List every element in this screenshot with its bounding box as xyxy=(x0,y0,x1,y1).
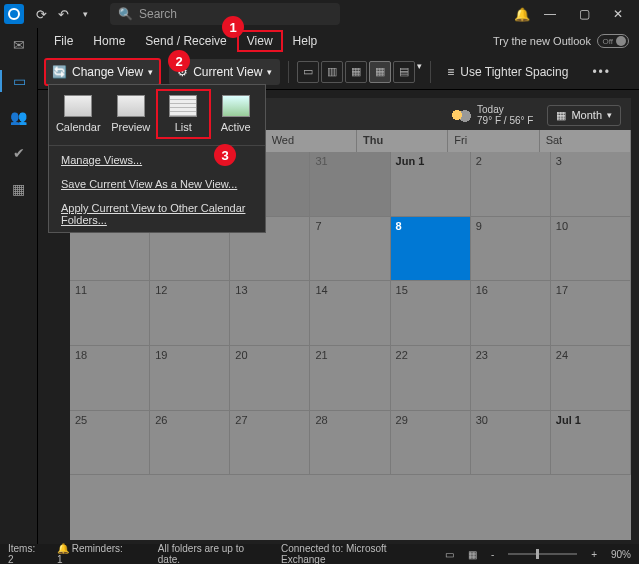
status-items: Items: 2 xyxy=(8,543,43,564)
chevron-down-icon[interactable]: ▾ xyxy=(417,61,422,83)
active-thumb-icon xyxy=(222,95,250,117)
tighter-spacing-button[interactable]: ≡ Use Tighter Spacing xyxy=(439,65,576,79)
week-view-icon[interactable]: ▦ xyxy=(345,61,367,83)
date-cell[interactable]: 19 xyxy=(150,346,230,411)
date-cell[interactable]: 24 xyxy=(551,346,631,411)
view-option-calendar[interactable]: Calendar xyxy=(53,91,104,137)
menu-bar: File Home Send / Receive View Help Try t… xyxy=(0,28,639,54)
maximize-button[interactable]: ▢ xyxy=(567,0,601,28)
day-header: Thu xyxy=(357,130,448,152)
chevron-down-icon: ▾ xyxy=(148,67,153,77)
ribbon-overflow[interactable]: ••• xyxy=(584,65,619,79)
sync-icon[interactable]: ⟳ xyxy=(30,7,52,22)
svg-point-0 xyxy=(9,9,19,19)
preview-thumb-icon xyxy=(117,95,145,117)
view-reading-icon[interactable]: ▦ xyxy=(468,549,477,560)
todo-icon[interactable]: ✔ xyxy=(8,142,30,164)
view-normal-icon[interactable]: ▭ xyxy=(445,549,454,560)
apply-view-item[interactable]: Apply Current View to Other Calendar Fol… xyxy=(49,196,265,232)
date-cell[interactable]: Jun 1 xyxy=(391,152,471,217)
date-cell[interactable]: 2 xyxy=(471,152,551,217)
day-view-icon[interactable]: ▭ xyxy=(297,61,319,83)
view-option-active[interactable]: Active xyxy=(211,91,262,137)
date-cell[interactable]: 31 xyxy=(310,152,390,217)
left-rail: ✉ ▭ 👥 ✔ ▦ xyxy=(0,28,38,544)
zoom-slider[interactable] xyxy=(508,553,577,555)
date-cell[interactable]: Jul 1 xyxy=(551,411,631,476)
outlook-logo xyxy=(4,4,24,24)
qat-dropdown-icon[interactable]: ▾ xyxy=(74,9,96,19)
annotation-badge-2: 2 xyxy=(168,50,190,72)
date-cell[interactable]: 17 xyxy=(551,281,631,346)
status-connection: Connected to: Microsoft Exchange xyxy=(281,543,431,564)
weather-icon xyxy=(451,108,471,122)
status-reminders[interactable]: 🔔 Reminders: 1 xyxy=(57,543,130,564)
date-cell[interactable]: 29 xyxy=(391,411,471,476)
search-icon: 🔍 xyxy=(118,7,133,21)
date-cell[interactable]: 26 xyxy=(150,411,230,476)
annotation-badge-1: 1 xyxy=(222,16,244,38)
day-header: Wed xyxy=(266,130,357,152)
notifications-icon[interactable]: 🔔 xyxy=(511,7,533,22)
save-view-item[interactable]: Save Current View As a New View... xyxy=(49,172,265,196)
annotation-badge-3: 3 xyxy=(214,144,236,166)
calendar-thumb-icon xyxy=(64,95,92,117)
zoom-in[interactable]: + xyxy=(591,549,597,560)
search-placeholder: Search xyxy=(139,7,177,21)
change-view-button[interactable]: 🔄 Change View ▾ xyxy=(44,58,161,86)
menu-send-receive[interactable]: Send / Receive xyxy=(135,30,236,52)
date-cell[interactable]: 13 xyxy=(230,281,310,346)
try-new-outlook: Try the new Outlook Off xyxy=(493,34,629,48)
calendar-small-icon: ▦ xyxy=(556,109,566,122)
zoom-out[interactable]: - xyxy=(491,549,494,560)
schedule-view-icon[interactable]: ▤ xyxy=(393,61,415,83)
date-cell[interactable]: 25 xyxy=(70,411,150,476)
try-new-toggle[interactable]: Off xyxy=(597,34,629,48)
undo-icon[interactable]: ↶ xyxy=(52,7,74,22)
status-folders: All folders are up to date. xyxy=(158,543,267,564)
calendar-icon[interactable]: ▭ xyxy=(0,70,38,92)
date-cell[interactable]: 20 xyxy=(230,346,310,411)
date-cell[interactable]: 10 xyxy=(551,217,631,282)
day-header: Fri xyxy=(448,130,539,152)
date-cell[interactable]: 22 xyxy=(391,346,471,411)
view-option-list[interactable]: List xyxy=(158,91,209,137)
date-cell[interactable]: 7 xyxy=(310,217,390,282)
date-cell[interactable]: 15 xyxy=(391,281,471,346)
chevron-down-icon: ▾ xyxy=(607,110,612,120)
close-button[interactable]: ✕ xyxy=(601,0,635,28)
menu-file[interactable]: File xyxy=(44,30,83,52)
view-option-preview[interactable]: Preview xyxy=(106,91,157,137)
menu-help[interactable]: Help xyxy=(283,30,328,52)
date-cell[interactable]: 28 xyxy=(310,411,390,476)
menu-home[interactable]: Home xyxy=(83,30,135,52)
view-scale-button[interactable]: ▦ Month ▾ xyxy=(547,105,621,126)
people-icon[interactable]: 👥 xyxy=(8,106,30,128)
date-cell-today[interactable]: 8 xyxy=(391,217,471,282)
zoom-level: 90% xyxy=(611,549,631,560)
date-cell[interactable]: 27 xyxy=(230,411,310,476)
mail-icon[interactable]: ✉ xyxy=(8,34,30,56)
weather-widget[interactable]: Today 79° F / 56° F xyxy=(451,104,533,126)
change-view-icon: 🔄 xyxy=(52,65,67,79)
status-bar: Items: 2 🔔 Reminders: 1 All folders are … xyxy=(0,544,639,564)
minimize-button[interactable]: — xyxy=(533,0,567,28)
workweek-view-icon[interactable]: ▥ xyxy=(321,61,343,83)
date-cell[interactable]: 23 xyxy=(471,346,551,411)
date-cell[interactable]: 3 xyxy=(551,152,631,217)
menu-view[interactable]: View xyxy=(237,30,283,52)
date-cell[interactable]: 21 xyxy=(310,346,390,411)
separator xyxy=(430,61,431,83)
date-cell[interactable]: 18 xyxy=(70,346,150,411)
list-thumb-icon xyxy=(169,95,197,117)
date-cell[interactable]: 11 xyxy=(70,281,150,346)
date-cell[interactable]: 30 xyxy=(471,411,551,476)
date-cell[interactable]: 9 xyxy=(471,217,551,282)
month-view-icon[interactable]: ▦ xyxy=(369,61,391,83)
date-cell[interactable]: 14 xyxy=(310,281,390,346)
more-apps-icon[interactable]: ▦ xyxy=(8,178,30,200)
arrangement-group: ▭ ▥ ▦ ▦ ▤ ▾ xyxy=(297,61,422,83)
date-cell[interactable]: 16 xyxy=(471,281,551,346)
title-bar: ⟳ ↶ ▾ 🔍 Search 🔔 — ▢ ✕ xyxy=(0,0,639,28)
date-cell[interactable]: 12 xyxy=(150,281,230,346)
